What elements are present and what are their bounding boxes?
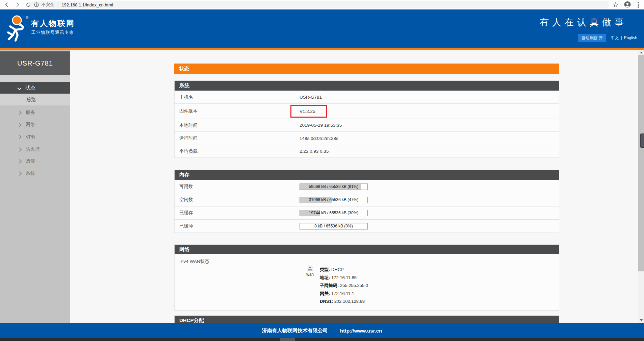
browser-toolbar: 不安全 | 192.168.1.1/index_cn.html	[0, 0, 644, 10]
sidebar-item-status[interactable]: 状态	[0, 82, 70, 94]
registered-mark: ®	[26, 16, 28, 20]
chevron-right-icon	[17, 171, 22, 176]
arrow-up-icon	[640, 52, 643, 53]
bookmark-star-icon[interactable]	[612, 1, 619, 8]
sidebar-item-label: 网络	[26, 122, 35, 128]
browser-menu-icon[interactable]	[638, 2, 639, 8]
arrow-down-icon	[640, 319, 643, 321]
sidebar-divider	[0, 75, 70, 82]
back-icon[interactable]	[3, 1, 10, 8]
table-row: 已缓存 19744 kB / 65536 kB (30%)	[175, 206, 559, 219]
url-divider: |	[57, 2, 58, 7]
memory-section: 内存 可用数 59568 kB / 65536 kB (91%) 空闲数 310…	[174, 170, 559, 233]
row-label: 平均负载	[175, 148, 300, 154]
row-label: 主机名	[175, 94, 300, 100]
security-label: 不安全	[41, 2, 54, 8]
table-row: 固件版本 V1.2.25	[175, 103, 559, 119]
forward-icon[interactable]	[14, 1, 21, 8]
detail-line: DNS1: 202.102.128.68	[320, 297, 368, 306]
row-value: 2019-05-29 19:53:35	[300, 123, 342, 128]
network-section: 网络 IPv4 WAN状态 wan	[174, 244, 559, 311]
network-section-title: 网络	[175, 245, 559, 254]
ethernet-port-icon	[307, 266, 313, 271]
sidebar-item-label: 状态	[26, 85, 35, 91]
memory-usage-bar: 19744 kB / 65536 kB (30%)	[300, 210, 368, 216]
lang-divider: |	[621, 35, 622, 40]
url-text[interactable]: 192.168.1.1/index_cn.html	[61, 2, 113, 7]
sidebar-item-network[interactable]: 网络	[0, 119, 70, 131]
table-row: 可用数 59568 kB / 65536 kB (91%)	[175, 180, 559, 193]
scrollbar-track-lower[interactable]	[638, 271, 644, 323]
sidebar-item-label: 系统	[26, 170, 35, 176]
system-section-title: 系统	[175, 81, 559, 91]
bottom-edge-strip	[0, 338, 644, 341]
scrollbar-up-button[interactable]	[638, 50, 644, 55]
screen: 不安全 | 192.168.1.1/index_cn.html ® 有人物联网 …	[0, 0, 644, 341]
address-bar[interactable]: 不安全 | 192.168.1.1/index_cn.html	[30, 1, 609, 8]
row-label: 可用数	[175, 184, 300, 190]
sidebar-item-firewall[interactable]: 防火墙	[0, 143, 70, 155]
scrollbar-track[interactable]	[638, 50, 644, 271]
brand-title: 有人物联网	[31, 18, 75, 29]
page-footer: 济南有人物联网技术有限公司 http://www.usr.cn	[0, 323, 644, 338]
table-row: 主机名 USR-G781	[175, 91, 559, 103]
page-title: 状态	[174, 64, 559, 74]
interface-name: wan	[306, 272, 314, 277]
row-value: 148s,0d:0h:2m:28s	[300, 136, 338, 141]
row-label: IPv4 WAN状态	[179, 259, 209, 265]
brand-subtitle: 工业物联网通讯专家	[31, 30, 74, 35]
memory-usage-bar: 31068 kB / 65536 kB (47%)	[300, 197, 368, 203]
chevron-down-icon	[17, 86, 22, 90]
table-row: 本地时间 2019-05-29 19:53:35	[175, 119, 559, 131]
detail-line: 地址: 172.16.11.85	[320, 274, 368, 282]
table-row: 空闲数 31068 kB / 65536 kB (47%)	[175, 193, 559, 206]
sidebar-item-label: 透传	[26, 158, 35, 164]
wan-interface: wan	[304, 266, 316, 306]
lang-english-link[interactable]: English	[624, 35, 637, 40]
sidebar-item-label: 总览	[26, 97, 36, 103]
sidebar-item-vpn[interactable]: VPN	[0, 131, 70, 143]
header-slogan: 有人在认真做事	[540, 16, 627, 28]
auto-refresh-toggle[interactable]: 自动刷新 开	[578, 34, 606, 42]
info-icon[interactable]	[34, 2, 39, 7]
scrollbar-thumb[interactable]	[640, 133, 644, 148]
main-content: 状态 系统 主机名 USR-G781 固件版本 V1.2.25 本地时间 201…	[70, 50, 638, 323]
company-name: 济南有人物联网技术有限公司	[262, 327, 328, 334]
website-link[interactable]: http://www.usr.cn	[340, 328, 382, 334]
chevron-right-icon	[17, 147, 22, 152]
sidebar-item-label: 服务	[26, 109, 35, 116]
chevron-right-icon	[17, 159, 22, 164]
sidebar-item-services[interactable]: 服务	[0, 106, 70, 119]
table-row: 已缓冲 0 kB / 65536 kB (0%)	[175, 219, 559, 233]
sidebar: USR-G781 状态 总览 服务 网络 VPN 防火墙 透传	[0, 50, 70, 323]
scrollbar-down-button[interactable]	[638, 317, 644, 323]
dhcp-section: DHCP分配	[174, 315, 559, 323]
lang-chinese-link[interactable]: 中文	[611, 35, 619, 40]
detail-line: 网关: 172.16.11.1	[320, 290, 368, 298]
chevron-right-icon	[17, 135, 22, 139]
sidebar-item-label: VPN	[26, 134, 35, 140]
profile-avatar-icon[interactable]	[624, 1, 631, 8]
detail-line: 子网掩码: 255.255.255.0	[320, 282, 368, 290]
usr-logo-icon	[5, 15, 27, 43]
dhcp-section-title: DHCP分配	[175, 316, 559, 323]
table-row: 平均负载 2.23 0.93 0.35	[175, 145, 559, 157]
chevron-right-icon	[17, 123, 22, 127]
row-value: USR-G781	[300, 95, 322, 100]
firmware-version-highlight: V1.2.25	[290, 105, 327, 118]
sidebar-item-overview[interactable]: 总览	[0, 94, 70, 105]
table-row: 运行时间 148s,0d:0h:2m:28s	[175, 131, 559, 145]
language-switch: 中文|English	[611, 35, 637, 41]
sidebar-item-system[interactable]: 系统	[0, 167, 70, 179]
row-label: 已缓冲	[175, 223, 300, 229]
sidebar-item-passthrough[interactable]: 透传	[0, 155, 70, 167]
sidebar-item-label: 防火墙	[26, 146, 40, 152]
row-label: 空闲数	[175, 197, 300, 203]
header-controls: 自动刷新 开 中文|English	[578, 34, 637, 42]
site-header: ® 有人物联网 工业物联网通讯专家 有人在认真做事 自动刷新 开 中文|Engl…	[0, 9, 644, 48]
memory-section-title: 内存	[175, 170, 559, 180]
row-label: 固件版本	[175, 108, 300, 114]
wan-details: 类型: DHCP 地址: 172.16.11.85 子网掩码: 255.255.…	[320, 266, 368, 306]
wan-status-row: IPv4 WAN状态 wan 类型: DHCP	[175, 254, 559, 310]
chevron-right-icon	[17, 111, 22, 115]
